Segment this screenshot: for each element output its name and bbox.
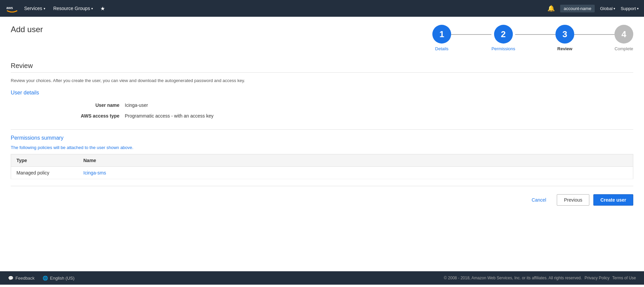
nav-right-section: 🔔 account-name Global ▾ Support ▾	[547, 5, 639, 12]
language-selector[interactable]: 🌐 English (US)	[43, 276, 74, 281]
stepper: 1 Details 2 Permissions 3 Review	[432, 25, 633, 51]
support-chevron-icon: ▾	[637, 7, 639, 10]
step-4: 4 Complete	[614, 25, 633, 51]
step-3-circle: 3	[555, 25, 574, 44]
user-name-row: User name Icinga-user	[11, 100, 633, 111]
nav-bookmarks-icon[interactable]: ★	[98, 5, 107, 12]
user-details-heading: User details	[11, 90, 633, 96]
global-chevron-icon: ▾	[613, 7, 615, 10]
copyright-text: © 2008 - 2018, Amazon Web Services, Inc.…	[444, 276, 582, 280]
permissions-summary-heading: Permissions summary	[11, 135, 633, 141]
account-menu[interactable]: account-name	[560, 5, 594, 12]
resource-groups-chevron-icon: ▾	[91, 7, 93, 10]
user-name-value: Icinga-user	[125, 102, 148, 108]
footer-right: © 2008 - 2018, Amazon Web Services, Inc.…	[444, 276, 636, 280]
step-1: 1 Details	[432, 25, 451, 51]
step-2-circle: 2	[494, 25, 513, 44]
col-type-header: Type	[11, 154, 78, 167]
notifications-bell-icon[interactable]: 🔔	[547, 5, 555, 12]
step-3: 3 Review	[555, 25, 574, 51]
nav-global[interactable]: Global ▾	[600, 6, 615, 11]
page-content: Add user 1 Details 2 Permissions 3	[0, 17, 644, 271]
actions-bar: Cancel Previous Create user	[11, 186, 633, 208]
create-user-button[interactable]: Create user	[593, 194, 633, 206]
aws-access-type-row: AWS access type Programmatic access - wi…	[11, 111, 633, 121]
aws-access-type-value: Programmatic access - with an access key	[125, 113, 214, 119]
step-1-circle: 1	[432, 25, 451, 44]
step-connector-3-4	[574, 34, 614, 35]
top-navigation: aws Services ▾ Resource Groups ▾ ★ 🔔 acc…	[0, 0, 644, 17]
step-4-label: Complete	[614, 46, 633, 51]
step-2: 2 Permissions	[491, 25, 515, 51]
review-divider	[11, 72, 633, 73]
permissions-note: The following policies will be attached …	[11, 145, 633, 150]
step-connector-2-3	[515, 34, 555, 35]
feedback-icon: 💬	[8, 276, 13, 281]
permissions-table: Type Name Managed policyIcinga-sms	[11, 154, 633, 179]
review-heading: Review	[11, 62, 633, 70]
nav-services[interactable]: Services ▾	[21, 0, 48, 17]
svg-text:aws: aws	[6, 6, 13, 10]
permissions-divider	[11, 129, 633, 130]
cell-name[interactable]: Icinga-sms	[78, 167, 633, 179]
col-name-header: Name	[78, 154, 633, 167]
nav-resource-groups[interactable]: Resource Groups ▾	[51, 0, 96, 17]
step-connector-1-2	[451, 34, 491, 35]
page-title: Add user	[11, 25, 43, 34]
table-header-row: Type Name	[11, 154, 633, 167]
step-2-label: Permissions	[491, 46, 515, 51]
services-chevron-icon: ▾	[44, 7, 45, 10]
review-description: Review your choices. After you create th…	[11, 78, 633, 83]
user-name-label: User name	[11, 102, 125, 108]
feedback-link[interactable]: 💬 Feedback	[8, 276, 35, 281]
previous-button[interactable]: Previous	[557, 194, 589, 206]
cancel-button[interactable]: Cancel	[525, 195, 553, 205]
nav-support[interactable]: Support ▾	[621, 6, 639, 11]
privacy-policy-link[interactable]: Privacy Policy	[585, 276, 610, 280]
footer: 💬 Feedback 🌐 English (US) © 2008 - 2018,…	[0, 271, 644, 285]
cell-type: Managed policy	[11, 167, 78, 179]
aws-logo[interactable]: aws	[5, 2, 19, 15]
step-4-circle: 4	[614, 25, 633, 44]
aws-access-type-label: AWS access type	[11, 113, 125, 119]
globe-icon: 🌐	[43, 276, 48, 281]
terms-link[interactable]: Terms of Use	[612, 276, 636, 280]
stepper-steps: 1 Details 2 Permissions 3 Review	[432, 25, 633, 51]
step-3-label: Review	[557, 46, 573, 51]
user-details-table: User name Icinga-user AWS access type Pr…	[11, 100, 633, 121]
table-row: Managed policyIcinga-sms	[11, 167, 633, 179]
step-1-label: Details	[435, 46, 448, 51]
